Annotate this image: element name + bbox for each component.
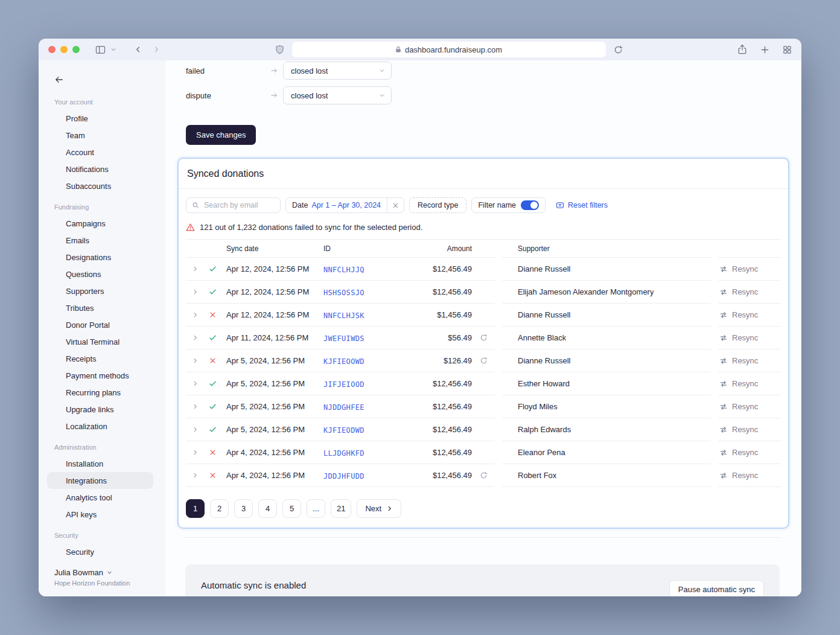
resync-label: Resync [732,471,758,480]
resync-button[interactable]: Resync [719,356,758,365]
page-button-[interactable]: ... [307,499,325,518]
sidebar-item-subaccounts[interactable]: Subaccounts [39,177,165,194]
row-main-cells: Apr 12, 2024, 12:56 PMNNFCLHJJQ$12,456.4… [186,258,495,281]
sync-date-cell: Apr 4, 2024, 12:56 PM [221,471,322,480]
page-button-2[interactable]: 2 [210,499,229,518]
donation-id-link[interactable]: NNFCLHJJQ [323,266,364,274]
resync-button[interactable]: Resync [719,448,758,457]
sidebar-item-security[interactable]: Security [39,543,165,560]
privacy-shield-icon[interactable] [275,45,284,55]
sidebar-back-button[interactable] [54,74,165,86]
target-status-select[interactable]: closed lost [283,62,392,80]
minimize-window-icon[interactable] [60,46,68,53]
search-input[interactable] [203,200,275,210]
resync-button[interactable]: Resync [719,402,758,411]
sidebar-item-tributes[interactable]: Tributes [39,299,165,316]
date-filter-chip[interactable]: Date Apr 1 – Apr 30, 2024 [285,197,404,213]
record-type-filter-chip[interactable]: Record type [409,197,466,213]
url-bar[interactable]: dashboard.fundraiseup.com [292,42,606,57]
expand-chevron-icon[interactable] [186,380,204,387]
sidebar-item-localization[interactable]: Localization [39,418,165,435]
expand-chevron-icon[interactable] [186,289,204,295]
filter-name-chip[interactable]: Filter name [471,197,546,213]
share-icon[interactable] [737,44,747,55]
resync-button[interactable]: Resync [719,333,758,342]
sidebar-item-emails[interactable]: Emails [39,232,165,249]
sidebar-item-installation[interactable]: Installation [39,455,165,472]
resync-icon [719,380,728,388]
search-field[interactable] [186,197,281,213]
tab-overview-chevron-icon[interactable] [110,46,116,53]
donation-id-link[interactable]: JDDJHFUDD [323,472,364,480]
sidebar-item-receipts[interactable]: Receipts [39,350,165,367]
page-button-4[interactable]: 4 [258,499,277,518]
sidebar-item-recurring-plans[interactable]: Recurring plans [39,384,165,401]
sidebar-item-integrations[interactable]: Integrations [47,472,153,489]
clear-date-filter-icon[interactable] [387,198,404,212]
reset-filters-link[interactable]: Reset filters [556,201,608,209]
expand-chevron-icon[interactable] [186,311,204,318]
row-main-cells: Apr 12, 2024, 12:56 PMNNFCLHJSK$1,456.49 [186,304,495,327]
sidebar-item-campaigns[interactable]: Campaigns [39,215,165,232]
back-icon[interactable] [135,46,142,53]
sidebar-item-api-keys[interactable]: API keys [39,506,165,523]
filter-name-toggle[interactable] [521,200,539,210]
expand-chevron-icon[interactable] [186,266,204,272]
forward-icon[interactable] [153,46,160,53]
sidebar-item-payment-methods[interactable]: Payment methods [39,367,165,384]
account-switcher[interactable]: Julia Bowman Hope Horizon Foundation [54,568,130,587]
resync-icon [719,265,728,273]
expand-chevron-icon[interactable] [186,357,204,364]
sidebar-toggle-icon[interactable] [95,45,106,54]
resync-button[interactable]: Resync [719,264,758,273]
zoom-window-icon[interactable] [72,46,80,53]
table-row: Apr 5, 2024, 12:56 PMKJFIEODWD$12,456.49… [186,418,781,441]
resync-button[interactable]: Resync [719,310,758,319]
sidebar-item-virtual-terminal[interactable]: Virtual Terminal [39,333,165,350]
resync-button[interactable]: Resync [719,425,758,434]
resync-button[interactable]: Resync [719,379,758,388]
save-changes-button[interactable]: Save changes [186,125,256,145]
expand-chevron-icon[interactable] [186,403,204,410]
target-status-select[interactable]: closed lost [283,86,392,104]
close-window-icon[interactable] [48,46,56,53]
tab-grid-icon[interactable] [783,45,792,54]
donation-id-link[interactable]: HSHSOSSJO [323,289,364,297]
donation-id-link[interactable]: NNFCLHJSK [323,311,364,320]
page-button-1[interactable]: 1 [186,499,205,518]
sidebar-item-analytics-tool[interactable]: Analytics tool [39,489,165,506]
sidebar-item-account[interactable]: Account [39,144,165,161]
url-text: dashboard.fundraiseup.com [405,45,502,54]
table-row: Apr 12, 2024, 12:56 PMNNFCLHJJQ$12,456.4… [186,258,781,281]
donation-id-link[interactable]: KJFIEODWD [323,426,364,435]
expand-chevron-icon[interactable] [186,334,204,341]
sidebar-item-questions[interactable]: Questions [39,266,165,282]
reload-icon[interactable] [614,45,623,54]
amount-cell: $12,456.49 [409,379,472,388]
sidebar-item-profile[interactable]: Profile [39,110,165,127]
sidebar-item-team[interactable]: Team [39,127,165,144]
resync-button[interactable]: Resync [719,287,758,296]
donation-id-link[interactable]: JIFJEIOOD [323,380,364,389]
expand-chevron-icon[interactable] [186,449,204,456]
donation-id-link[interactable]: NJDDGHFEE [323,403,364,412]
sidebar-item-supporters[interactable]: Supporters [39,282,165,299]
page-button-5[interactable]: 5 [282,499,301,518]
next-page-button[interactable]: Next [357,499,401,518]
donation-id-link[interactable]: JWEFUIWDS [323,334,364,343]
sidebar-item-donor-portal[interactable]: Donor Portal [39,316,165,333]
resync-label: Resync [732,287,758,296]
supporter-cell: Dianne Russell [502,304,711,327]
new-tab-icon[interactable] [760,45,769,54]
donation-id-link[interactable]: KJFIEOOWD [323,357,364,366]
resync-button[interactable]: Resync [719,471,758,480]
sidebar-item-notifications[interactable]: Notifications [39,161,165,177]
expand-chevron-icon[interactable] [186,472,204,479]
page-button-3[interactable]: 3 [234,499,253,518]
sidebar-item-upgrade-links[interactable]: Upgrade links [39,401,165,418]
expand-chevron-icon[interactable] [186,426,204,433]
pause-automatic-sync-button[interactable]: Pause automatic sync [669,580,764,596]
page-button-21[interactable]: 21 [331,499,351,518]
sidebar-item-designations[interactable]: Designations [39,249,165,266]
donation-id-link[interactable]: LLJDGHKFD [323,449,364,458]
